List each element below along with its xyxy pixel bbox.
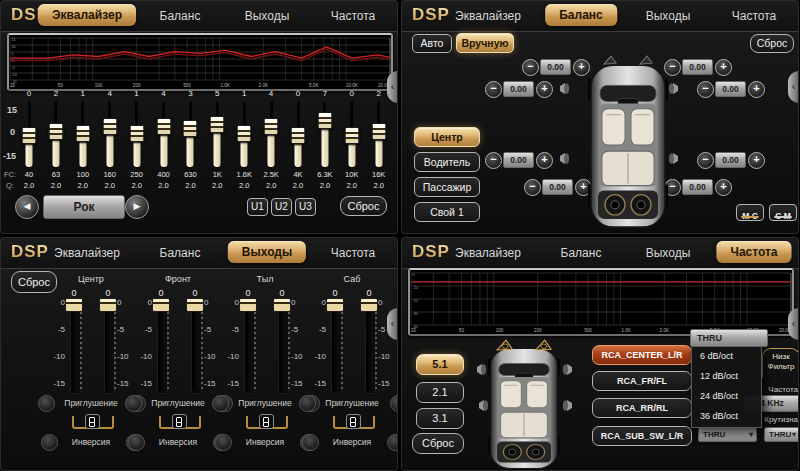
tab-outputs[interactable]: Выходы [245,9,290,23]
balance-minus-button[interactable]: − [485,152,502,169]
output-slider-knob[interactable] [239,298,257,312]
eq-slider-knob[interactable] [48,123,63,140]
balance-plus-button[interactable]: + [536,152,553,169]
balance-manual-button[interactable]: Вручную [456,33,514,53]
tab-frequency[interactable]: Частота [331,246,375,260]
eq-slider-knob[interactable] [156,118,171,135]
balance-preset-4[interactable]: Свой 1 [414,202,480,222]
mute-toggle-left[interactable] [125,395,142,412]
eq-reset-button[interactable]: Сброс [340,196,387,216]
tab-outputs[interactable]: Выходы [228,241,306,263]
preset-display[interactable]: Рок [43,195,125,219]
tab-frequency[interactable]: Частота [716,241,791,263]
output-slider-knob[interactable] [152,298,170,312]
output-slider-knob[interactable] [99,298,117,312]
slope-select-low[interactable]: THRU▾ [764,427,799,442]
balance-minus-button[interactable]: − [485,81,502,98]
slope-dropdown-selected[interactable]: THRU [690,329,768,347]
channel-link-icon[interactable] [85,414,100,429]
speaker-mode-2-1[interactable]: 2.1 [416,382,464,403]
output-slider-track[interactable] [278,300,289,394]
tab-balance[interactable]: Баланс [160,9,201,23]
channel-link-icon[interactable] [346,414,361,429]
tab-balance[interactable]: Баланс [160,246,201,260]
balance-minus-button[interactable]: − [522,59,539,76]
balance-plus-button[interactable]: + [715,59,732,76]
output-slider-track[interactable] [70,300,81,394]
tab-equalizer[interactable]: Эквалайзер [38,4,136,26]
tab-equalizer[interactable]: Эквалайзер [455,9,521,23]
balance-plus-button[interactable]: + [748,152,765,169]
tab-outputs[interactable]: Выходы [646,246,691,260]
balance-minus-button[interactable]: − [697,152,714,169]
mute-toggle-left[interactable] [299,395,316,412]
eq-slider-knob[interactable] [75,125,90,142]
balance-minus-button[interactable]: − [524,179,541,196]
memory-button-u3[interactable]: U3 [295,198,316,216]
rca-channel-button-2[interactable]: RCA_RR/RL [592,398,692,418]
memory-button-u1[interactable]: U1 [247,198,268,216]
output-slider-knob[interactable] [273,298,291,312]
tab-equalizer[interactable]: Эквалайзер [455,246,521,260]
balance-reset-button[interactable]: Сброс [750,34,794,53]
memory-button-u2[interactable]: U2 [271,198,292,216]
eq-slider-knob[interactable] [22,127,37,144]
tab-outputs[interactable]: Выходы [646,9,691,23]
speaker-mode-3-1[interactable]: 3.1 [416,408,464,429]
eq-slider-knob[interactable] [102,118,117,135]
rca-channel-button-0[interactable]: RCA_CENTER_L/R [592,345,692,365]
tab-balance[interactable]: Баланс [545,4,617,26]
tab-equalizer[interactable]: Эквалайзер [54,246,120,260]
low-filter-tab[interactable]: Низк Фильтр [762,348,799,378]
output-slider-knob[interactable] [360,298,378,312]
slope-select-high[interactable]: THRU▾ [698,427,757,442]
output-slider-track[interactable] [331,300,342,394]
balance-preset-1[interactable]: Центр [414,127,480,147]
eq-slider-knob[interactable] [344,127,359,144]
balance-plus-button[interactable]: + [715,179,732,196]
tab-frequency[interactable]: Частота [331,9,375,23]
preset-next-button[interactable]: ▶ [125,195,149,219]
mute-toggle-right[interactable] [390,395,398,412]
output-slider-track[interactable] [104,300,115,394]
drawer-handle[interactable]: ‹ [788,308,799,340]
eq-slider-knob[interactable] [210,116,225,133]
output-slider-knob[interactable] [186,298,204,312]
speaker-mode-5-1[interactable]: 5.1 [416,354,464,375]
invert-toggle-right[interactable] [387,434,398,451]
rca-channel-button-3[interactable]: RCA_SUB_SW_L/R [592,426,692,446]
balance-preset-2[interactable]: Водитель [414,152,480,172]
output-slider-track[interactable] [191,300,202,394]
slope-dropdown-option-1[interactable]: 12 dB/oct [692,366,761,386]
mc-mode-button[interactable]: M C [736,204,764,221]
preset-prev-button[interactable]: ◀ [15,195,39,219]
output-slider-track[interactable] [244,300,255,394]
balance-plus-button[interactable]: + [748,81,765,98]
balance-auto-button[interactable]: Авто [412,34,452,53]
invert-toggle-left[interactable] [128,434,145,451]
slope-dropdown-option-2[interactable]: 24 dB/oct [692,386,761,406]
eq-slider-knob[interactable] [183,120,198,137]
drawer-handle[interactable]: ‹ [387,308,398,340]
eq-slider-knob[interactable] [371,123,386,140]
eq-slider-knob[interactable] [317,112,332,129]
eq-slider-knob[interactable] [291,127,306,144]
balance-preset-3[interactable]: Пассажир [414,177,480,197]
outputs-reset-button[interactable]: Сброс [11,271,57,293]
eq-slider-knob[interactable] [129,125,144,142]
crossover-reset-button[interactable]: Сброс [412,433,464,454]
output-slider-track[interactable] [157,300,168,394]
eq-slider-knob[interactable] [264,118,279,135]
invert-toggle-left[interactable] [215,434,232,451]
cm-mode-button[interactable]: C M [769,204,797,221]
channel-link-icon[interactable] [172,414,187,429]
output-slider-knob[interactable] [65,298,83,312]
eq-slider-knob[interactable] [237,125,252,142]
balance-minus-button[interactable]: − [697,81,714,98]
drawer-handle[interactable]: ‹ [387,71,398,103]
slope-dropdown-option-0[interactable]: 6 dB/oct [692,346,761,366]
drawer-handle[interactable]: ‹ [788,71,799,103]
output-slider-knob[interactable] [326,298,344,312]
invert-toggle-left[interactable] [302,434,319,451]
rca-channel-button-1[interactable]: RCA_FR/FL [592,371,692,391]
